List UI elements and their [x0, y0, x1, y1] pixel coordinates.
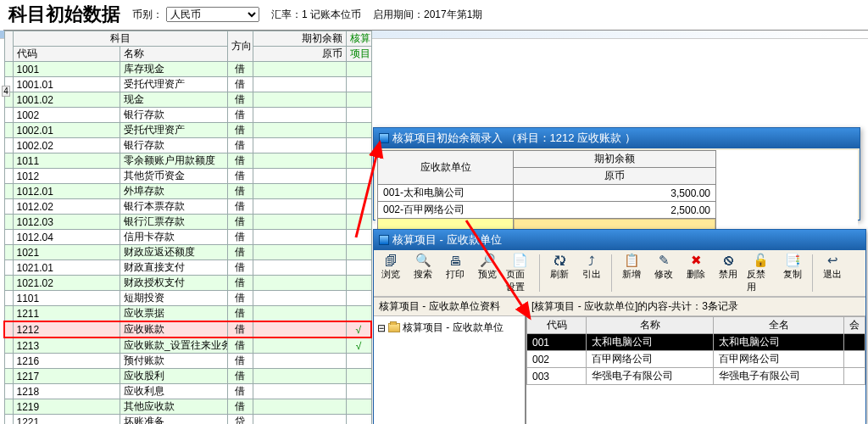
copy-button[interactable]: 📑复制: [779, 253, 806, 293]
edit-button[interactable]: ✎修改: [650, 253, 677, 293]
delete-label: 删除: [687, 268, 705, 281]
account-row[interactable]: 1012其他货币资金借: [4, 169, 371, 184]
cell-balance[interactable]: [253, 108, 346, 123]
account-row[interactable]: 1001库存现金借: [4, 62, 371, 77]
cell-dir: 借: [227, 62, 253, 77]
cell-dir: 借: [227, 276, 253, 291]
account-row[interactable]: 1211应收票据借: [4, 306, 371, 322]
unit-row[interactable]: 001太和电脑公司太和电脑公司: [527, 334, 865, 351]
preview-label: 预览: [478, 268, 497, 281]
cell-dir: 借: [227, 184, 253, 199]
minus-icon: ⊟: [377, 322, 386, 334]
cell-balance[interactable]: [253, 215, 346, 230]
delete-button[interactable]: ✖删除: [682, 253, 709, 293]
cell-balance[interactable]: [253, 138, 346, 153]
cell-balance[interactable]: [253, 62, 346, 77]
balance-entry-table[interactable]: 应收款单位 期初余额 原币 001-太和电脑公司3,500.00002-百甲网络…: [377, 150, 716, 233]
cell-balance[interactable]: [253, 384, 346, 399]
account-row[interactable]: 1011零余额账户用款额度借: [4, 153, 371, 169]
cell-balance[interactable]: [253, 321, 346, 338]
account-row[interactable]: 1002.02银行存款借: [4, 138, 371, 153]
accounts-table[interactable]: 科目 方向 期初余额 核算 代码 名称 原币 项目 1001库存现金借1001.…: [3, 31, 372, 424]
delete-icon: ✖: [688, 253, 704, 268]
window-icon: [379, 133, 389, 143]
export-button[interactable]: ⤴引出: [578, 253, 605, 293]
cell-name: 信用卡存款: [120, 230, 228, 245]
account-row[interactable]: 1012.02银行本票存款借: [4, 199, 371, 215]
preview-button[interactable]: 🔎预览: [474, 253, 501, 293]
exit-button[interactable]: ↩退出: [819, 253, 846, 293]
col-unit: 应收款单位: [378, 151, 514, 185]
currency-dropdown[interactable]: 人民币: [166, 7, 259, 22]
page-setup-button[interactable]: 📄页面设置: [506, 253, 533, 293]
cell-dir: 借: [227, 169, 253, 184]
cell-balance[interactable]: [253, 230, 346, 245]
cell-balance[interactable]: [253, 306, 346, 322]
account-row[interactable]: 1012.04信用卡存款借: [4, 230, 371, 245]
cell-balance[interactable]: [253, 199, 346, 215]
refresh-button[interactable]: 🗘刷新: [546, 253, 573, 293]
cell-balance[interactable]: [253, 184, 346, 199]
account-row[interactable]: 1021.01财政直接支付借: [4, 260, 371, 276]
account-row[interactable]: 1012.03银行汇票存款借: [4, 215, 371, 230]
account-row[interactable]: 1218应收利息借: [4, 384, 371, 399]
copy-label: 复制: [783, 268, 802, 281]
account-row[interactable]: 1021.02财政授权支付借: [4, 276, 371, 291]
cell-balance[interactable]: [253, 153, 346, 169]
account-row[interactable]: 1101短期投资借: [4, 291, 371, 306]
cell-dir: 贷: [227, 415, 253, 425]
cell-balance[interactable]: [253, 245, 346, 260]
balance-window-titlebar[interactable]: 核算项目初始余额录入 （科目：1212 应收账款 ）: [374, 128, 860, 148]
balance-row[interactable]: 001-太和电脑公司3,500.00: [378, 185, 716, 202]
account-row[interactable]: 1221坏账准备贷: [4, 415, 371, 425]
tree-pane[interactable]: ⊟ 核算项目 - 应收款单位: [374, 316, 526, 424]
cell-name: 受托代理资产: [120, 123, 228, 138]
account-row[interactable]: 1002.01受托代理资产借: [4, 123, 371, 138]
disable-button[interactable]: 🛇禁用: [715, 253, 742, 293]
grid-pane[interactable]: 代码 名称 全名 会 001太和电脑公司太和电脑公司002百甲网络公司百甲网络公…: [526, 316, 865, 424]
add-button[interactable]: 📋新增: [618, 253, 645, 293]
account-row[interactable]: 1021财政应返还额度借: [4, 245, 371, 260]
cell-balance[interactable]: [253, 260, 346, 276]
cell-balance[interactable]: [253, 169, 346, 184]
cell-amount[interactable]: 3,500.00: [514, 185, 716, 202]
cell-balance[interactable]: [253, 338, 346, 354]
account-row[interactable]: 1213应收账款_设置往来业务核算借√: [4, 338, 371, 354]
tree-root-item[interactable]: ⊟ 核算项目 - 应收款单位: [377, 320, 521, 336]
cell-acct: [346, 384, 371, 399]
print-button[interactable]: 🖶打印: [442, 253, 469, 293]
enable-button[interactable]: 🔓反禁用: [747, 253, 774, 293]
account-row[interactable]: 1219其他应收款借: [4, 399, 371, 415]
account-row[interactable]: 1001.01受托代理资产借: [4, 77, 371, 92]
account-row[interactable]: 1012.01外埠存款借: [4, 184, 371, 199]
cell-balance[interactable]: [253, 399, 346, 415]
account-row[interactable]: 1212应收账款借√: [4, 321, 371, 338]
cell-balance[interactable]: [253, 415, 346, 425]
status-bar: 核算项目 - 应收款单位资料 [核算项目 - 应收款单位]的内容-共计：3条记录: [374, 297, 865, 316]
cell-balance[interactable]: [253, 276, 346, 291]
item-window-titlebar[interactable]: 核算项目 - 应收款单位: [374, 230, 865, 250]
cell-balance[interactable]: [253, 92, 346, 108]
browse-button[interactable]: 🗐浏览: [377, 253, 404, 293]
account-row[interactable]: 1002银行存款借: [4, 108, 371, 123]
disable-icon: 🛇: [721, 253, 736, 268]
account-row[interactable]: 1216预付账款借: [4, 354, 371, 369]
unit-row[interactable]: 003华强电子有限公司华强电子有限公司: [527, 368, 865, 385]
enable-icon: 🔓: [753, 253, 768, 268]
balance-entry-window[interactable]: 核算项目初始余额录入 （科目：1212 应收账款 ） 应收款单位 期初余额 原币…: [373, 127, 860, 220]
page-setup-label: 页面设置: [506, 268, 533, 293]
cell-balance[interactable]: [253, 354, 346, 369]
search-button[interactable]: 🔍搜索: [409, 253, 437, 293]
cell-balance[interactable]: [253, 77, 346, 92]
cell-amount[interactable]: 2,500.00: [514, 202, 716, 219]
cell-balance[interactable]: [253, 123, 346, 138]
cell-balance[interactable]: [253, 291, 346, 306]
unit-row[interactable]: 002百甲网络公司百甲网络公司: [527, 351, 865, 368]
cell-balance[interactable]: [253, 369, 346, 384]
item-manage-window[interactable]: 核算项目 - 应收款单位 🗐浏览🔍搜索🖶打印🔎预览📄页面设置🗘刷新⤴引出📋新增✎…: [373, 229, 866, 424]
unit-grid[interactable]: 代码 名称 全名 会 001太和电脑公司太和电脑公司002百甲网络公司百甲网络公…: [526, 316, 865, 385]
account-row[interactable]: 1217应收股利借: [4, 369, 371, 384]
cell-code: 1218: [13, 384, 120, 399]
account-row[interactable]: 1001.02现金借: [4, 92, 371, 108]
balance-row[interactable]: 002-百甲网络公司2,500.00: [378, 202, 716, 219]
